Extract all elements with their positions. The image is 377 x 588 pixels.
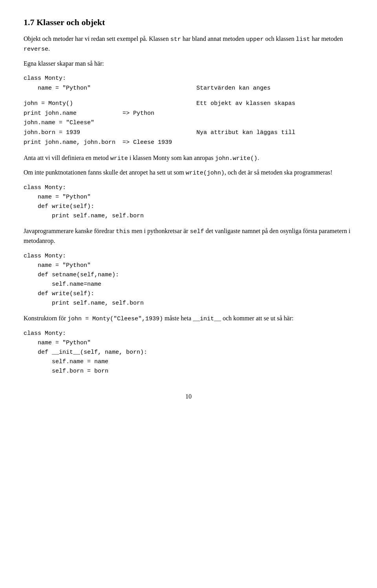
page-number: 10 [24, 392, 353, 401]
code-block-2: john = Monty() print john.name => Python… [24, 99, 353, 148]
paragraph-1: Objekt och metoder har vi redan sett exe… [24, 34, 353, 54]
code1-left-l2: name = "Python" [24, 85, 91, 92]
code-block-2-left: john = Monty() print john.name => Python… [24, 99, 188, 148]
paragraph-2: Egna klasser skapar man så här: [24, 59, 353, 69]
code-block-4: class Monty: name = "Python" def setname… [24, 252, 353, 308]
p4-write: write(john) [186, 170, 225, 176]
p6-init: __init__ [193, 316, 221, 322]
code2-r1: Ett objekt av klassen skapas [196, 100, 295, 107]
p1-str: str [170, 36, 181, 43]
code2-r4: Nya attribut kan läggas till [196, 129, 295, 136]
code-block-1-right: Startvärden kan anges [188, 74, 353, 94]
p5-mid: men i pythonkretsar är [130, 228, 190, 234]
p5-self: self [190, 228, 204, 235]
p1-text: Objekt och metoder har vi redan sett exe… [24, 35, 147, 42]
p1-mid: har bland annat metoden [181, 35, 246, 42]
p3-write: write [110, 155, 128, 162]
paragraph-3: Anta att vi vill definiera en metod writ… [24, 153, 353, 163]
paragraph-5: Javaprogrammerare kanske föredrar this m… [24, 226, 353, 246]
code-block-1: class Monty: name = "Python" Startvärden… [24, 74, 353, 94]
paragraph-4: Om inte punktnotationen fanns skulle det… [24, 168, 353, 178]
code2-l1: john = Monty() [24, 100, 73, 107]
code-block-1-left: class Monty: name = "Python" [24, 74, 188, 94]
code2-l4: john.born = 1939 [24, 129, 80, 136]
p1-end: . [48, 45, 50, 52]
p4-cont: , och det är så metoden ska programmeras… [225, 169, 333, 176]
p4-text: Om inte punktnotationen fanns skulle det… [24, 169, 186, 176]
p1-list: list [296, 36, 310, 43]
p3-john: john.write() [215, 155, 258, 162]
p5-this: this [116, 228, 130, 235]
code2-l5: print john.name, john.born => Cleese 193… [24, 139, 172, 146]
code1-right-l2: Startvärden kan anges [196, 85, 271, 92]
p3-end: . [258, 154, 259, 161]
code1-left: class Monty: [24, 75, 66, 82]
p1-cont: Klassen [149, 35, 170, 42]
p1-mid2: och klassen [264, 35, 296, 42]
code-block-2-right: Ett objekt av klassen skapas Nya attribu… [188, 99, 353, 148]
page-heading: 1.7 Klasser och objekt [24, 16, 353, 29]
p6-mid: måste heta [163, 315, 193, 322]
code2-l2: print john.name => Python [24, 110, 154, 117]
p1-mid3: har metoden [310, 35, 343, 42]
code-block-3: class Monty: name = "Python" def write(s… [24, 183, 353, 221]
p3-text: Anta att vi vill definiera en metod [24, 154, 110, 161]
p3-cont: i klassen Monty som kan anropas [128, 154, 215, 161]
paragraph-6: Konstruktorn för john = Monty("Cleese",1… [24, 314, 353, 323]
code2-l3: john.name = "Cleese" [24, 119, 94, 126]
code-block-5: class Monty: name = "Python" def __init_… [24, 329, 353, 376]
p6-end: och kommer att se ut så här: [221, 315, 293, 322]
p1-reverse: reverse [24, 46, 48, 53]
p5-start: Javaprogrammerare kanske föredrar [24, 228, 116, 234]
p1-upper: upper [246, 36, 264, 43]
p6-start: Konstruktorn för [24, 315, 68, 322]
p6-john: john = Monty("Cleese",1939) [68, 316, 163, 322]
